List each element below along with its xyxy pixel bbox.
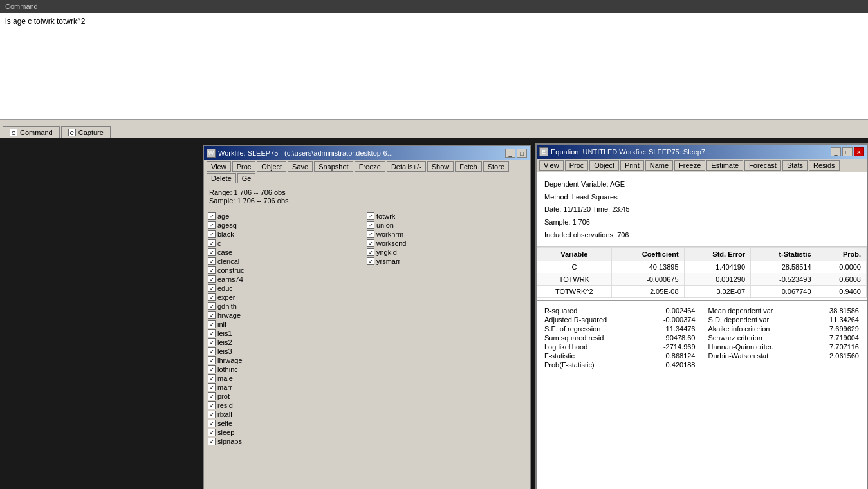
equation-toolbar: View Proc Object Print Name Freeze Estim… [537,159,867,172]
list-item[interactable]: ✓construc [208,266,367,274]
var-checkbox: ✓ [208,221,216,229]
list-item[interactable]: ✓marr [208,383,367,391]
adj-r-squared-value: -0.000374 [644,316,696,324]
r-squared-value: 0.002464 [644,307,696,315]
workfile-minimize-btn[interactable]: _ [505,149,515,158]
list-item[interactable]: ✓totwrk [367,212,526,220]
list-item[interactable]: ✓inlf [208,320,367,328]
list-item[interactable]: ✓educ [208,284,367,292]
var-checkbox: ✓ [208,411,216,418]
var-checkbox: ✓ [208,392,216,400]
list-item[interactable]: ✓gdhlth [208,302,367,310]
equation-freeze-btn[interactable]: Freeze [674,160,705,171]
workfile-delete-btn[interactable]: Delete [207,173,236,183]
var-checkbox: ✓ [208,311,216,319]
equation-print-btn[interactable]: Print [620,160,644,171]
equation-title-icon: E [539,147,548,156]
log-likelihood-label: Log likelihood [544,343,587,351]
var-checkbox: ✓ [367,248,374,256]
workfile-view-btn[interactable]: View [207,161,231,172]
list-item[interactable]: ✓age [208,212,367,220]
equation-object-btn[interactable]: Object [589,160,619,171]
list-item[interactable]: ✓male [208,374,367,382]
list-item[interactable]: ✓black [208,230,367,238]
list-item[interactable]: ✓hrwage [208,311,367,319]
se-regression-value: 11.34476 [644,325,696,333]
var-checkbox: ✓ [208,266,216,274]
workfile-store-btn[interactable]: Store [483,161,509,172]
list-item[interactable]: ✓agesq [208,221,367,229]
workfile-info: Range: 1 706 -- 706 obs Sample: 1 706 --… [204,185,530,208]
workfile-window-controls: _ □ [505,149,527,158]
se-regression-label: S.E. of regression [544,325,600,333]
var-checkbox: ✓ [208,302,216,310]
list-item[interactable]: ✓resid [208,401,367,409]
hannan-label: Hannan-Quinn criter. [708,343,774,351]
row-coefficient: 2.05E-08 [611,286,684,298]
list-item[interactable]: ✓selfe [208,420,367,427]
workfile-window: W Workfile: SLEEP75 - (c:\users\administ… [203,145,531,489]
capture-tab-icon: C [68,129,76,136]
list-item[interactable]: ✓leis1 [208,329,367,337]
list-item[interactable]: ✓yrsmarr [367,257,526,265]
equation-name-btn[interactable]: Name [645,160,673,171]
workfile-freeze-btn[interactable]: Freeze [355,161,385,172]
workfile-proc-btn[interactable]: Proc [232,161,256,172]
workfile-object-btn[interactable]: Object [257,161,286,172]
workfile-maximize-btn[interactable]: □ [517,149,527,158]
var-col-2: ✓totwrk ✓union ✓worknrm ✓workscnd ✓yngki… [367,212,526,489]
row-variable: TOTWRK [537,273,612,286]
list-item[interactable]: ✓c [208,239,367,247]
list-item[interactable]: ✓earns74 [208,275,367,283]
list-item[interactable]: ✓lhrwage [208,356,367,364]
row-t-stat: 28.58514 [751,261,817,273]
workfile-details-btn[interactable]: Details+/- [387,161,426,172]
workfile-fetch-btn[interactable]: Fetch [455,161,482,172]
table-row: C 40.13895 1.404190 28.58514 0.0000 [537,261,867,273]
list-item[interactable]: ✓union [367,221,526,229]
equation-proc-btn[interactable]: Proc [565,160,589,171]
workfile-title: W Workfile: SLEEP75 - (c:\users\administ… [207,149,393,158]
list-item[interactable]: ✓slpnaps [208,438,367,445]
list-item[interactable]: ✓leis2 [208,338,367,346]
equation-estimate-btn[interactable]: Estimate [706,160,743,171]
list-item[interactable]: ✓yngkid [367,248,526,256]
var-checkbox: ✓ [367,221,374,229]
row-variable: TOTWRK^2 [537,286,612,298]
list-item[interactable]: ✓clerical [208,257,367,265]
stat-row: Log likelihood -2714.969 [544,342,696,351]
equation-resids-btn[interactable]: Resids [809,160,840,171]
list-item[interactable]: ✓exper [208,293,367,301]
list-item[interactable]: ✓lothinc [208,365,367,373]
row-std-error: 1.404190 [684,261,750,273]
equation-minimize-btn[interactable]: _ [831,147,841,156]
equation-view-btn[interactable]: View [539,160,564,171]
list-item[interactable]: ✓prot [208,392,367,400]
var-checkbox: ✓ [208,420,216,427]
row-std-error: 3.02E-07 [684,286,750,298]
list-item[interactable]: ✓case [208,248,367,256]
var-checkbox: ✓ [208,347,216,355]
workfile-ge-btn[interactable]: Ge [237,173,256,183]
tab-command[interactable]: C Command [3,126,60,138]
var-checkbox: ✓ [367,212,374,220]
equation-stats-btn[interactable]: Stats [782,160,808,171]
list-item[interactable]: ✓sleep [208,429,367,436]
list-item[interactable]: ✓rlxall [208,411,367,418]
workfile-snapshot-btn[interactable]: Snapshot [314,161,353,172]
mean-dep-var-label: Mean dependent var [708,307,773,315]
list-item[interactable]: ✓worknrm [367,230,526,238]
equation-maximize-btn[interactable]: □ [842,147,853,156]
equation-forecast-btn[interactable]: Forecast [744,160,781,171]
eq-date: Date: 11/11/20 Time: 23:45 [544,203,859,216]
list-item[interactable]: ✓workscnd [367,239,526,247]
list-item[interactable]: ✓leis3 [208,347,367,355]
col-std-error: Std. Error [684,248,750,261]
stat-row: F-statistic 0.868124 [544,351,696,360]
equation-title: E Equation: UNTITLED Workfile: SLEEP75::… [539,147,711,156]
equation-content: Dependent Variable: AGE Method: Least Sq… [537,172,867,489]
workfile-save-btn[interactable]: Save [288,161,313,172]
equation-close-btn[interactable]: ✕ [854,147,864,156]
workfile-show-btn[interactable]: Show [427,161,454,172]
tab-capture[interactable]: C Capture [61,126,111,138]
